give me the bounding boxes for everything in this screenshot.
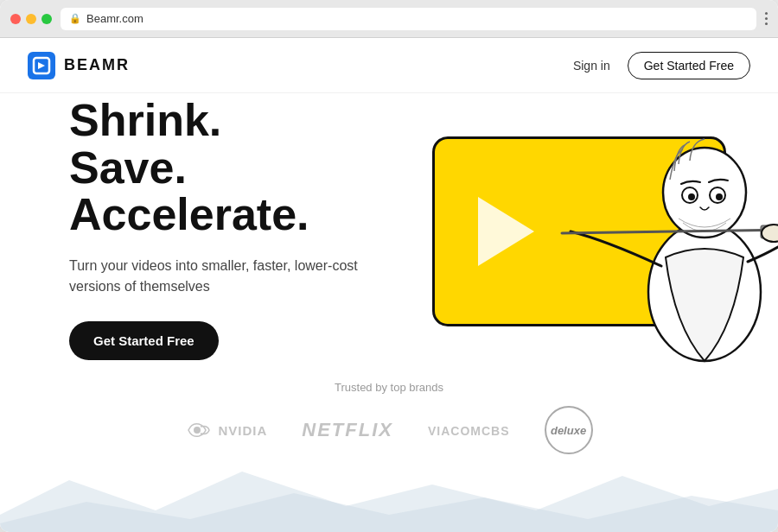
navigation: BEAMR Sign in Get Started Free [0,38,778,93]
play-icon [478,197,534,266]
netflix-text: NETFLIX [302,419,393,440]
nvidia-text: NVIDIA [218,423,267,438]
hero-headline: Shrink. Save. Accelerate. [69,97,398,238]
browser-window: 🔒 Beamr.com BEAMR Sign i [0,0,778,532]
mountains-footer [0,463,778,532]
hero-character [536,93,778,364]
deluxe-text: deluxe [551,424,586,437]
viacomcbs-logo: VIACOMCBS [428,423,510,438]
trusted-section: Trusted by top brands NVIDIA NETFLIX [0,364,778,463]
svg-point-6 [716,193,723,200]
nav-actions: Sign in Get Started Free [573,52,750,79]
url-text: Beamr.com [86,12,143,25]
fullscreen-button[interactable] [41,14,52,24]
trusted-label: Trusted by top brands [0,381,778,394]
logo[interactable]: BEAMR [28,52,130,79]
browser-menu-button[interactable] [765,12,768,25]
hero-text: Shrink. Save. Accelerate. Turn your vide… [69,97,398,360]
svg-point-5 [688,193,695,200]
website-content: BEAMR Sign in Get Started Free Shrink. S… [0,38,778,532]
hero-subtext: Turn your videos into smaller, faster, l… [69,256,398,297]
svg-point-10 [762,225,778,242]
hero-section: Shrink. Save. Accelerate. Turn your vide… [0,93,778,364]
deluxe-logo: deluxe [545,406,593,454]
netflix-logo: NETFLIX [302,419,393,441]
logo-icon [28,52,55,79]
hero-cta-button[interactable]: Get Started Free [69,321,219,360]
mountains-svg [0,463,778,532]
nvidia-logo: NVIDIA [185,421,267,440]
nvidia-icon [185,421,213,440]
nav-cta-button[interactable]: Get Started Free [628,52,750,79]
traffic-lights [10,14,52,24]
hero-illustration [380,93,778,364]
minimize-button[interactable] [26,14,36,24]
address-bar[interactable]: 🔒 Beamr.com [61,8,756,30]
lock-icon: 🔒 [69,13,81,24]
signin-link[interactable]: Sign in [573,59,610,73]
svg-point-11 [194,427,201,434]
logo-text: BEAMR [64,56,130,74]
browser-chrome: 🔒 Beamr.com [0,0,778,38]
viacomcbs-text: VIACOMCBS [428,424,510,438]
close-button[interactable] [10,14,21,24]
svg-line-7 [562,230,778,233]
brand-logos: NVIDIA NETFLIX VIACOMCBS deluxe [0,406,778,463]
